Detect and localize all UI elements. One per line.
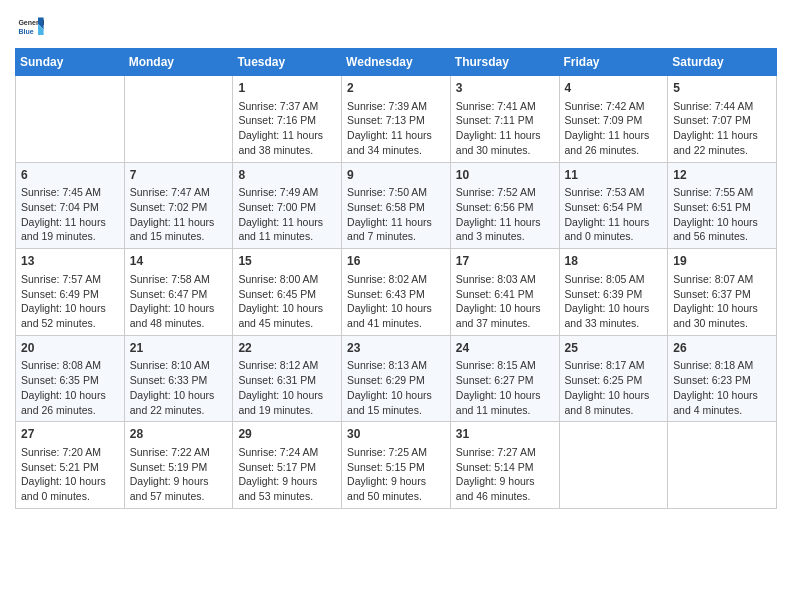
day-number: 18 <box>565 253 663 270</box>
calendar-cell <box>124 76 233 163</box>
calendar-cell: 21Sunrise: 8:10 AM Sunset: 6:33 PM Dayli… <box>124 335 233 422</box>
calendar-cell: 10Sunrise: 7:52 AM Sunset: 6:56 PM Dayli… <box>450 162 559 249</box>
day-info: Sunrise: 7:24 AM Sunset: 5:17 PM Dayligh… <box>238 445 336 504</box>
day-number: 31 <box>456 426 554 443</box>
day-number: 26 <box>673 340 771 357</box>
day-number: 22 <box>238 340 336 357</box>
calendar-cell: 11Sunrise: 7:53 AM Sunset: 6:54 PM Dayli… <box>559 162 668 249</box>
weekday-header-row: SundayMondayTuesdayWednesdayThursdayFrid… <box>16 49 777 76</box>
calendar-cell: 28Sunrise: 7:22 AM Sunset: 5:19 PM Dayli… <box>124 422 233 509</box>
calendar-cell: 25Sunrise: 8:17 AM Sunset: 6:25 PM Dayli… <box>559 335 668 422</box>
day-info: Sunrise: 8:18 AM Sunset: 6:23 PM Dayligh… <box>673 358 771 417</box>
day-number: 15 <box>238 253 336 270</box>
calendar-cell: 8Sunrise: 7:49 AM Sunset: 7:00 PM Daylig… <box>233 162 342 249</box>
day-number: 3 <box>456 80 554 97</box>
day-info: Sunrise: 7:37 AM Sunset: 7:16 PM Dayligh… <box>238 99 336 158</box>
day-number: 13 <box>21 253 119 270</box>
calendar-cell: 20Sunrise: 8:08 AM Sunset: 6:35 PM Dayli… <box>16 335 125 422</box>
calendar-cell: 13Sunrise: 7:57 AM Sunset: 6:49 PM Dayli… <box>16 249 125 336</box>
day-number: 29 <box>238 426 336 443</box>
day-info: Sunrise: 7:55 AM Sunset: 6:51 PM Dayligh… <box>673 185 771 244</box>
calendar-cell: 29Sunrise: 7:24 AM Sunset: 5:17 PM Dayli… <box>233 422 342 509</box>
weekday-header-saturday: Saturday <box>668 49 777 76</box>
page-header: General Blue <box>15 10 777 42</box>
day-info: Sunrise: 7:42 AM Sunset: 7:09 PM Dayligh… <box>565 99 663 158</box>
calendar-week-row: 1Sunrise: 7:37 AM Sunset: 7:16 PM Daylig… <box>16 76 777 163</box>
day-number: 20 <box>21 340 119 357</box>
day-number: 12 <box>673 167 771 184</box>
logo: General Blue <box>15 10 45 42</box>
weekday-header-friday: Friday <box>559 49 668 76</box>
day-number: 1 <box>238 80 336 97</box>
calendar-cell <box>16 76 125 163</box>
calendar-cell: 5Sunrise: 7:44 AM Sunset: 7:07 PM Daylig… <box>668 76 777 163</box>
calendar-cell: 4Sunrise: 7:42 AM Sunset: 7:09 PM Daylig… <box>559 76 668 163</box>
calendar-week-row: 13Sunrise: 7:57 AM Sunset: 6:49 PM Dayli… <box>16 249 777 336</box>
weekday-header-sunday: Sunday <box>16 49 125 76</box>
calendar-week-row: 27Sunrise: 7:20 AM Sunset: 5:21 PM Dayli… <box>16 422 777 509</box>
calendar-cell: 31Sunrise: 7:27 AM Sunset: 5:14 PM Dayli… <box>450 422 559 509</box>
day-info: Sunrise: 7:57 AM Sunset: 6:49 PM Dayligh… <box>21 272 119 331</box>
day-info: Sunrise: 7:52 AM Sunset: 6:56 PM Dayligh… <box>456 185 554 244</box>
day-info: Sunrise: 8:15 AM Sunset: 6:27 PM Dayligh… <box>456 358 554 417</box>
day-info: Sunrise: 7:27 AM Sunset: 5:14 PM Dayligh… <box>456 445 554 504</box>
day-number: 21 <box>130 340 228 357</box>
day-number: 10 <box>456 167 554 184</box>
day-info: Sunrise: 8:17 AM Sunset: 6:25 PM Dayligh… <box>565 358 663 417</box>
day-number: 17 <box>456 253 554 270</box>
day-number: 28 <box>130 426 228 443</box>
day-info: Sunrise: 7:44 AM Sunset: 7:07 PM Dayligh… <box>673 99 771 158</box>
day-number: 7 <box>130 167 228 184</box>
day-info: Sunrise: 7:45 AM Sunset: 7:04 PM Dayligh… <box>21 185 119 244</box>
calendar-cell: 6Sunrise: 7:45 AM Sunset: 7:04 PM Daylig… <box>16 162 125 249</box>
calendar-cell: 30Sunrise: 7:25 AM Sunset: 5:15 PM Dayli… <box>342 422 451 509</box>
calendar-cell: 23Sunrise: 8:13 AM Sunset: 6:29 PM Dayli… <box>342 335 451 422</box>
svg-text:Blue: Blue <box>18 28 33 35</box>
day-info: Sunrise: 7:41 AM Sunset: 7:11 PM Dayligh… <box>456 99 554 158</box>
day-info: Sunrise: 7:50 AM Sunset: 6:58 PM Dayligh… <box>347 185 445 244</box>
calendar-cell: 12Sunrise: 7:55 AM Sunset: 6:51 PM Dayli… <box>668 162 777 249</box>
day-info: Sunrise: 8:02 AM Sunset: 6:43 PM Dayligh… <box>347 272 445 331</box>
day-number: 2 <box>347 80 445 97</box>
day-info: Sunrise: 7:58 AM Sunset: 6:47 PM Dayligh… <box>130 272 228 331</box>
logo-icon: General Blue <box>17 14 45 42</box>
day-info: Sunrise: 7:47 AM Sunset: 7:02 PM Dayligh… <box>130 185 228 244</box>
day-number: 25 <box>565 340 663 357</box>
day-number: 9 <box>347 167 445 184</box>
day-info: Sunrise: 8:12 AM Sunset: 6:31 PM Dayligh… <box>238 358 336 417</box>
day-number: 23 <box>347 340 445 357</box>
day-number: 8 <box>238 167 336 184</box>
calendar-cell: 19Sunrise: 8:07 AM Sunset: 6:37 PM Dayli… <box>668 249 777 336</box>
calendar-cell: 17Sunrise: 8:03 AM Sunset: 6:41 PM Dayli… <box>450 249 559 336</box>
calendar-cell: 22Sunrise: 8:12 AM Sunset: 6:31 PM Dayli… <box>233 335 342 422</box>
day-number: 11 <box>565 167 663 184</box>
day-info: Sunrise: 7:25 AM Sunset: 5:15 PM Dayligh… <box>347 445 445 504</box>
day-info: Sunrise: 8:05 AM Sunset: 6:39 PM Dayligh… <box>565 272 663 331</box>
day-info: Sunrise: 7:53 AM Sunset: 6:54 PM Dayligh… <box>565 185 663 244</box>
day-info: Sunrise: 7:49 AM Sunset: 7:00 PM Dayligh… <box>238 185 336 244</box>
day-info: Sunrise: 8:10 AM Sunset: 6:33 PM Dayligh… <box>130 358 228 417</box>
calendar-cell: 7Sunrise: 7:47 AM Sunset: 7:02 PM Daylig… <box>124 162 233 249</box>
calendar-cell: 18Sunrise: 8:05 AM Sunset: 6:39 PM Dayli… <box>559 249 668 336</box>
day-info: Sunrise: 8:03 AM Sunset: 6:41 PM Dayligh… <box>456 272 554 331</box>
weekday-header-thursday: Thursday <box>450 49 559 76</box>
weekday-header-wednesday: Wednesday <box>342 49 451 76</box>
calendar-cell <box>668 422 777 509</box>
day-info: Sunrise: 7:22 AM Sunset: 5:19 PM Dayligh… <box>130 445 228 504</box>
day-number: 16 <box>347 253 445 270</box>
day-info: Sunrise: 8:00 AM Sunset: 6:45 PM Dayligh… <box>238 272 336 331</box>
day-number: 6 <box>21 167 119 184</box>
day-number: 14 <box>130 253 228 270</box>
day-info: Sunrise: 7:20 AM Sunset: 5:21 PM Dayligh… <box>21 445 119 504</box>
day-info: Sunrise: 7:39 AM Sunset: 7:13 PM Dayligh… <box>347 99 445 158</box>
calendar-cell: 3Sunrise: 7:41 AM Sunset: 7:11 PM Daylig… <box>450 76 559 163</box>
calendar-cell: 1Sunrise: 7:37 AM Sunset: 7:16 PM Daylig… <box>233 76 342 163</box>
calendar-cell: 27Sunrise: 7:20 AM Sunset: 5:21 PM Dayli… <box>16 422 125 509</box>
day-number: 30 <box>347 426 445 443</box>
calendar-cell: 26Sunrise: 8:18 AM Sunset: 6:23 PM Dayli… <box>668 335 777 422</box>
day-info: Sunrise: 8:07 AM Sunset: 6:37 PM Dayligh… <box>673 272 771 331</box>
weekday-header-monday: Monday <box>124 49 233 76</box>
calendar-cell: 24Sunrise: 8:15 AM Sunset: 6:27 PM Dayli… <box>450 335 559 422</box>
calendar-cell: 2Sunrise: 7:39 AM Sunset: 7:13 PM Daylig… <box>342 76 451 163</box>
day-info: Sunrise: 8:08 AM Sunset: 6:35 PM Dayligh… <box>21 358 119 417</box>
